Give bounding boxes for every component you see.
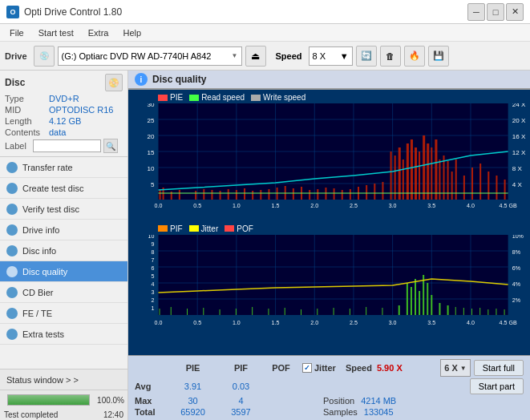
- svg-text:1.0: 1.0: [233, 320, 241, 325]
- disc-panel-icon-btn[interactable]: 📀: [105, 74, 123, 91]
- position-label-key: Position: [323, 396, 354, 406]
- status-window-label: Status window > >: [6, 375, 79, 385]
- drive-icon-btn[interactable]: 💿: [34, 46, 55, 67]
- svg-rect-117: [411, 287, 412, 315]
- legend-pif-label: PIF: [170, 224, 183, 233]
- svg-rect-35: [334, 188, 335, 200]
- svg-rect-25: [252, 191, 253, 200]
- stats-speed-label: Speed: [346, 363, 372, 373]
- menu-file[interactable]: File: [3, 26, 30, 39]
- upper-chart-legend: PIE Read speed Write speed: [130, 91, 528, 103]
- legend-pof: POF: [225, 224, 253, 233]
- svg-rect-123: [439, 303, 440, 315]
- svg-text:20 X: 20 X: [512, 117, 526, 124]
- minimize-button[interactable]: ─: [467, 3, 485, 21]
- svg-rect-130: [496, 309, 496, 315]
- sidebar-item-disc-info[interactable]: Disc info: [0, 240, 127, 261]
- sidebar-item-drive-info[interactable]: Drive info: [0, 220, 127, 240]
- drive-select-value: (G:) Optiarc DVD RW AD-7740H A842: [62, 51, 232, 61]
- svg-rect-37: [350, 189, 351, 200]
- save-btn[interactable]: 💾: [428, 46, 449, 67]
- disc-contents-value: data: [49, 127, 66, 137]
- sidebar-status: Status window > > 100.0% Test completed …: [0, 369, 127, 420]
- drive-label: Drive: [5, 51, 27, 61]
- menu-help[interactable]: Help: [116, 26, 148, 39]
- svg-text:1.0: 1.0: [233, 203, 241, 208]
- status-text-row: Test completed 12:40: [0, 410, 127, 420]
- menu-extra[interactable]: Extra: [82, 26, 115, 39]
- svg-rect-40: [374, 184, 375, 200]
- speed-select[interactable]: 8 X ▼: [309, 46, 353, 66]
- jitter-check-group: ✓ Jitter: [302, 363, 336, 373]
- svg-text:4.0: 4.0: [467, 203, 475, 208]
- svg-text:3: 3: [151, 289, 154, 295]
- samples-label-key: Samples: [323, 407, 358, 417]
- sidebar-item-disc-quality[interactable]: Disc quality: [0, 261, 127, 282]
- sidebar-item-extra-tests[interactable]: Extra tests: [0, 324, 127, 345]
- svg-text:7: 7: [151, 257, 154, 263]
- drive-select[interactable]: (G:) Optiarc DVD RW AD-7740H A842 ▼: [58, 46, 242, 66]
- svg-text:2%: 2%: [512, 297, 521, 303]
- svg-rect-21: [220, 191, 221, 200]
- sidebar-item-label-cd-bier: CD Bier: [22, 288, 54, 297]
- svg-text:8%: 8%: [512, 249, 521, 255]
- maximize-button[interactable]: □: [487, 3, 504, 21]
- disc-mid-value: OPTODISC R16: [49, 105, 114, 115]
- speed-label: Speed: [276, 51, 302, 61]
- lower-chart-svg: 10 9 8 7 6 5 4 3 2 1 10% 8% 6% 4% 2%: [130, 235, 528, 331]
- legend-read-speed-color: [189, 95, 199, 101]
- charts-container: PIE Read speed Write speed: [128, 90, 530, 355]
- svg-text:5: 5: [151, 181, 155, 188]
- sidebar-item-label-disc-quality: Disc quality: [22, 267, 67, 277]
- svg-text:8 X: 8 X: [512, 165, 523, 172]
- svg-text:10%: 10%: [512, 235, 524, 239]
- sidebar-item-label-extra-tests: Extra tests: [22, 329, 64, 339]
- sidebar-item-create-test-disc[interactable]: Create test disc: [0, 178, 127, 199]
- stats-bar: PIE PIF POF ✓ Jitter Speed 5.90 X 6 X ▼ …: [128, 355, 530, 420]
- disc-quality-header: i Disc quality: [128, 71, 530, 90]
- svg-text:30: 30: [147, 103, 155, 108]
- sidebar-item-cd-bier[interactable]: CD Bier: [0, 282, 127, 303]
- sidebar-item-transfer-rate[interactable]: Transfer rate: [0, 157, 127, 178]
- drive-info-icon: [6, 224, 18, 236]
- stats-max-pie: 30: [167, 396, 219, 406]
- position-value: 4214 MB: [361, 396, 396, 406]
- sidebar-item-verify-test-disc[interactable]: Verify test disc: [0, 199, 127, 220]
- disc-label-input[interactable]: [33, 139, 101, 152]
- disc-label-btn[interactable]: 🔍: [103, 139, 118, 153]
- svg-rect-30: [293, 188, 294, 200]
- svg-text:25: 25: [147, 117, 155, 124]
- start-full-button[interactable]: Start full: [474, 360, 524, 376]
- svg-text:2.5: 2.5: [350, 320, 358, 325]
- disc-label-key: Label: [5, 141, 33, 151]
- eject-btn[interactable]: ⏏: [245, 46, 266, 67]
- refresh-btn[interactable]: 🔄: [356, 46, 377, 67]
- svg-text:4.5 GB: 4.5 GB: [500, 320, 517, 325]
- svg-rect-20: [211, 190, 212, 200]
- start-part-button[interactable]: Start part: [470, 378, 524, 394]
- svg-rect-48: [415, 147, 417, 200]
- legend-jitter: Jitter: [189, 224, 219, 233]
- speed-dropdown[interactable]: 6 X ▼: [440, 359, 470, 377]
- jitter-checkbox[interactable]: ✓: [302, 363, 312, 373]
- stats-pif-header: PIF: [219, 363, 263, 373]
- burn-btn[interactable]: 🔥: [404, 46, 425, 67]
- status-window-btn[interactable]: Status window > >: [0, 370, 127, 390]
- extra-tests-icon: [6, 329, 18, 340]
- close-button[interactable]: ✕: [506, 3, 524, 21]
- disc-label-row: Label 🔍: [5, 139, 123, 153]
- disc-length-key: Length: [5, 116, 49, 126]
- lower-chart-wrapper: PIF Jitter POF: [130, 223, 528, 353]
- svg-text:4%: 4%: [512, 281, 521, 287]
- svg-rect-107: [268, 309, 269, 315]
- svg-rect-115: [399, 305, 400, 315]
- disc-mid-key: MID: [5, 105, 49, 115]
- menu-start-test[interactable]: Start test: [32, 26, 80, 39]
- svg-rect-17: [179, 190, 180, 200]
- sidebar-item-fe-te[interactable]: FE / TE: [0, 303, 127, 324]
- app-title: Opti Drive Control 1.80: [24, 6, 122, 18]
- svg-rect-62: [488, 172, 489, 200]
- svg-rect-131: [504, 309, 505, 315]
- erase-btn[interactable]: 🗑: [380, 46, 401, 67]
- legend-pie-label: PIE: [170, 93, 183, 102]
